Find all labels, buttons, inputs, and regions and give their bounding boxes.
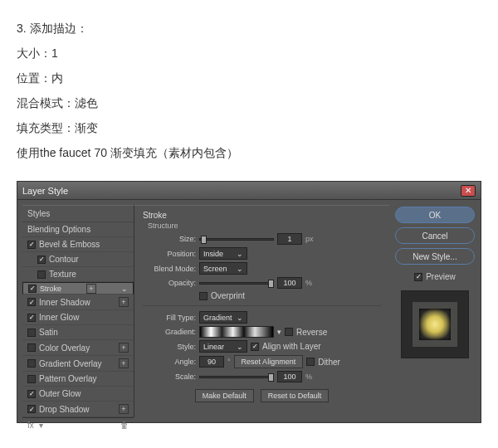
fx-icon[interactable]: fx — [27, 421, 34, 430]
effect-label: Satin — [39, 328, 58, 337]
effect-row-contour[interactable]: Contour — [22, 252, 134, 267]
effect-row-pattern-overlay[interactable]: Pattern Overlay — [22, 372, 134, 387]
reset-default-button[interactable]: Reset to Default — [261, 389, 330, 402]
article-text: 3. 添加描边： 大小：1 位置：内 混合模式：滤色 填充类型：渐变 使用the… — [0, 0, 498, 174]
line: 大小：1 — [17, 41, 481, 65]
effect-label: Inner Shadow — [39, 298, 90, 307]
preview-label: Preview — [426, 272, 456, 281]
fill-type-select[interactable]: Gradient — [199, 311, 247, 324]
blend-mode-select[interactable]: Screen — [199, 262, 247, 275]
opacity-label: Opacity: — [143, 279, 196, 287]
effect-checkbox[interactable] — [27, 359, 36, 368]
position-label: Position: — [143, 250, 196, 258]
step-title: 3. 添加描边： — [17, 17, 481, 40]
subsection-structure: Structure — [148, 222, 381, 230]
styles-footer: fx ▾ 🗑 — [22, 417, 134, 430]
effect-row-bevel-emboss[interactable]: Bevel & Emboss — [22, 237, 134, 252]
settings-panel: Stroke Structure Size: 1 px Position: In… — [134, 205, 389, 417]
effect-row-inner-glow[interactable]: Inner Glow — [22, 310, 134, 325]
fill-type-label: Fill Type: — [143, 314, 196, 322]
plus-icon[interactable]: + — [119, 297, 129, 307]
effect-checkbox[interactable] — [27, 375, 36, 383]
preview-checkbox[interactable] — [414, 273, 422, 281]
chevron-down-icon[interactable]: ▾ — [39, 421, 43, 430]
gradient-picker[interactable] — [199, 326, 274, 338]
effect-label: Color Overlay — [39, 343, 90, 353]
angle-input[interactable]: 90 — [199, 356, 224, 368]
angle-label: Angle: — [143, 358, 196, 366]
line: 使用the faucet 70 渐变填充（素材内包含） — [17, 141, 481, 164]
position-select[interactable]: Inside — [199, 247, 247, 260]
effect-checkbox[interactable] — [37, 270, 46, 279]
action-panel: OK Cancel New Style... Preview — [389, 200, 481, 422]
effect-label: Stroke — [40, 285, 61, 293]
effect-label: Drop Shadow — [39, 405, 90, 414]
size-slider[interactable] — [199, 238, 274, 241]
plus-icon[interactable]: + — [86, 284, 96, 294]
effect-row-gradient-overlay[interactable]: Gradient Overlay+ — [22, 356, 134, 372]
effect-label: Bevel & Emboss — [39, 240, 100, 249]
effect-label: Contour — [49, 255, 79, 264]
effect-checkbox[interactable] — [27, 241, 36, 249]
effect-checkbox[interactable] — [27, 405, 36, 413]
line: 位置：内 — [17, 66, 481, 90]
layer-style-dialog: Layer Style ✕ Styles Blending Options Be… — [17, 182, 481, 422]
effect-checkbox[interactable] — [27, 298, 36, 306]
cancel-button[interactable]: Cancel — [395, 227, 475, 244]
scale-label: Scale: — [143, 373, 196, 381]
effect-checkbox[interactable] — [27, 390, 36, 398]
opacity-input[interactable]: 100 — [277, 277, 302, 289]
align-layer-label: Align with Layer — [262, 342, 321, 351]
plus-icon[interactable]: + — [119, 404, 129, 414]
make-default-button[interactable]: Make Default — [195, 389, 254, 402]
size-input[interactable]: 1 — [277, 233, 302, 245]
effect-checkbox[interactable] — [27, 314, 36, 322]
line: 混合模式：滤色 — [17, 91, 481, 114]
dialog-title: Layer Style — [22, 186, 461, 196]
opacity-slider[interactable] — [199, 282, 274, 285]
overprint-checkbox[interactable] — [199, 292, 208, 300]
effect-checkbox[interactable] — [28, 285, 37, 293]
blend-mode-label: Blend Mode: — [143, 265, 196, 273]
effect-label: Pattern Overlay — [39, 374, 96, 383]
scale-slider[interactable] — [199, 376, 274, 378]
styles-header[interactable]: Styles — [22, 206, 134, 222]
effect-label: Outer Glow — [39, 389, 81, 398]
size-unit: px — [305, 235, 314, 243]
effect-checkbox[interactable] — [27, 343, 36, 352]
reset-alignment-button[interactable]: Reset Alignment — [234, 355, 304, 368]
style-label: Style: — [143, 343, 196, 351]
styles-panel: Styles Blending Options Bevel & EmbossCo… — [22, 205, 134, 417]
overprint-label: Overprint — [211, 291, 245, 300]
opacity-unit: % — [305, 279, 312, 287]
scale-input[interactable]: 100 — [277, 371, 302, 382]
gradient-label: Gradient: — [143, 328, 196, 336]
style-select[interactable]: Linear — [199, 340, 247, 353]
section-title: Stroke — [143, 211, 381, 220]
blending-options[interactable]: Blending Options — [22, 222, 134, 237]
ok-button[interactable]: OK — [395, 207, 475, 223]
effect-row-drop-shadow[interactable]: Drop Shadow+ — [22, 402, 134, 417]
reverse-checkbox[interactable] — [285, 328, 293, 336]
align-layer-checkbox[interactable] — [251, 343, 259, 351]
effect-label: Inner Glow — [39, 313, 79, 322]
titlebar[interactable]: Layer Style ✕ — [17, 182, 481, 200]
effect-checkbox[interactable] — [27, 329, 36, 337]
new-style-button[interactable]: New Style... — [395, 248, 475, 265]
trash-icon[interactable]: 🗑 — [120, 421, 129, 430]
screenshot: Layer Style ✕ Styles Blending Options Be… — [17, 181, 481, 423]
effect-row-texture[interactable]: Texture — [22, 267, 134, 282]
effect-row-inner-shadow[interactable]: Inner Shadow+ — [22, 295, 134, 310]
plus-icon[interactable]: + — [119, 358, 129, 368]
effect-label: Texture — [49, 270, 76, 279]
effect-row-outer-glow[interactable]: Outer Glow — [22, 387, 134, 402]
dither-label: Dither — [318, 358, 340, 367]
size-label: Size: — [143, 235, 196, 243]
effect-row-stroke[interactable]: Stroke+ — [22, 282, 134, 295]
plus-icon[interactable]: + — [119, 343, 129, 353]
effect-row-color-overlay[interactable]: Color Overlay+ — [22, 340, 134, 356]
dither-checkbox[interactable] — [306, 358, 315, 366]
close-icon[interactable]: ✕ — [461, 185, 476, 197]
effect-row-satin[interactable]: Satin — [22, 325, 134, 340]
effect-checkbox[interactable] — [37, 256, 46, 264]
